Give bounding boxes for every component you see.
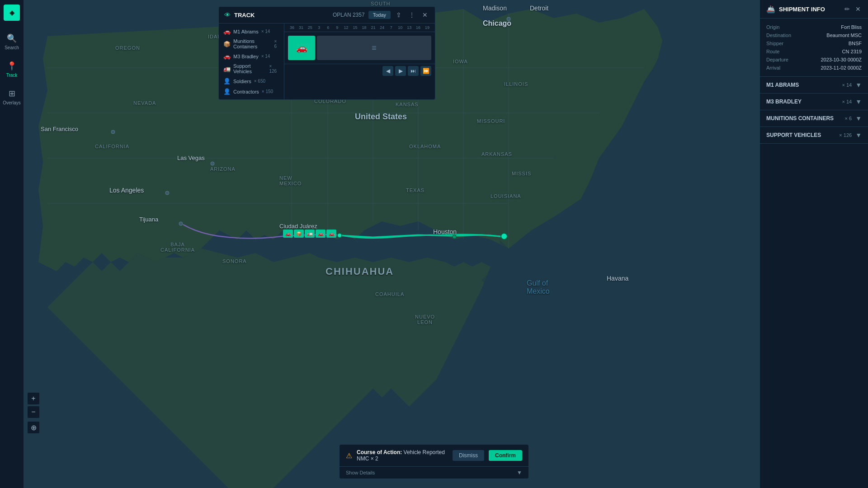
destination-value: Beaumont MSC (826, 33, 862, 38)
svg-point-13 (453, 235, 456, 239)
contractors-label: Contractors (233, 89, 259, 94)
munitions-section-count: × 6 (845, 116, 852, 121)
section-munitions[interactable]: MUNITIONS CONTAINERS × 6 ▼ (760, 110, 868, 127)
show-details-chevron-icon: ▼ (517, 469, 522, 476)
support-section-label: SUPPORT VEHICLES (766, 132, 839, 138)
track-icon: 📍 (7, 61, 17, 71)
sidebar-item-track-label: Track (6, 73, 18, 78)
support-count: × 126 (269, 64, 279, 74)
track-item-m1abrams[interactable]: 🚗 M1 Abrams × 14 (219, 26, 284, 37)
warning-icon: ⚠ (346, 451, 352, 460)
svg-point-19 (507, 17, 510, 21)
tick-2: 25 (306, 25, 314, 30)
munitions-label: Munitions Containers (233, 38, 271, 49)
sidebar-item-overlays-label: Overlays (3, 100, 20, 105)
route-value: CN 2319 (842, 49, 862, 54)
share-button[interactable]: ⇪ (394, 10, 403, 19)
tick-12: 10 (396, 25, 404, 30)
departure-value: 2023-10-30 0000Z (821, 57, 862, 62)
m1abrams-section-count: × 14 (842, 82, 852, 88)
shipper-value: BNSF (849, 41, 862, 46)
departure-label: Departure (766, 57, 788, 62)
track-item-munitions[interactable]: 📦 Munitions Containers × 6 (219, 37, 284, 51)
shipment-info-rows: Origin Fort Bliss Destination Beaumont M… (760, 19, 868, 77)
zoom-in-button[interactable]: + (27, 392, 40, 405)
shipment-close-button[interactable]: ✕ (854, 5, 862, 14)
timeline-end-btn[interactable]: ⏩ (420, 66, 431, 76)
track-panel: 👁 TRACK OPLAN 2357 Today ⇪ ⋮ ✕ 🚗 M1 Abra… (218, 6, 435, 100)
info-row-arrival: Arrival 2023-11-02 0000Z (766, 64, 862, 72)
m3bradley-icon: 🚗 (223, 53, 231, 60)
convoy-icon-4: 🚗 (316, 230, 326, 238)
dismiss-button[interactable]: Dismiss (453, 450, 484, 461)
shipment-icon: 🚢 (766, 5, 775, 14)
zoom-out-button[interactable]: − (27, 406, 40, 418)
convoy-icon-1: 🚗 (283, 230, 293, 238)
m3bradley-label: M3 Bradley (233, 54, 259, 59)
tick-10: 24 (378, 25, 386, 30)
shipment-sections: M1 ABRAMS × 14 ▼ M3 BRADLEY × 14 ▼ MUNIT… (760, 77, 868, 488)
track-panel-subtitle: OPLAN 2357 (333, 12, 365, 18)
timeline-vehicle-icon: 🚗 (296, 42, 307, 53)
tick-6: 12 (342, 25, 350, 30)
munitions-chevron-icon: ▼ (855, 115, 862, 122)
track-panel-eye-icon: 👁 (224, 11, 231, 19)
shipment-edit-button[interactable]: ✏ (844, 5, 851, 14)
track-item-support[interactable]: 🚛 Support Vehicles × 126 (219, 61, 284, 76)
svg-point-18 (179, 222, 183, 225)
tick-1: 31 (297, 25, 305, 30)
convoy-icon-3: 🚛 (305, 230, 315, 238)
m1abrams-count: × 14 (261, 29, 270, 34)
convoy-group: 🚗 📦 🚛 🚗 🚗 (283, 230, 336, 238)
origin-value: Fort Bliss (841, 24, 862, 30)
timeline-block-active: 🚗 (288, 36, 315, 60)
svg-point-11 (501, 233, 507, 239)
tick-13: 13 (405, 25, 413, 30)
timeline-controls: ◀ ▶ ⏭ ⏩ (284, 64, 435, 78)
section-m3bradley[interactable]: M3 BRADLEY × 14 ▼ (760, 94, 868, 110)
soldiers-count: × 650 (254, 79, 265, 84)
sidebar-item-search[interactable]: 🔍 Search (0, 28, 24, 56)
tick-14: 16 (414, 25, 422, 30)
track-list: 🚗 M1 Abrams × 14 📦 Munitions Containers … (219, 23, 284, 99)
timeline-prev-btn[interactable]: ◀ (382, 66, 393, 76)
track-item-m3bradley[interactable]: 🚗 M3 Bradley × 14 (219, 51, 284, 61)
today-button[interactable]: Today (368, 11, 391, 19)
track-panel-header: 👁 TRACK OPLAN 2357 Today ⇪ ⋮ ✕ (219, 7, 435, 23)
sidebar-item-overlays[interactable]: ⊞ Overlays (0, 83, 24, 111)
destination-label: Destination (766, 33, 791, 38)
route-label: Route (766, 49, 779, 54)
track-item-soldiers[interactable]: 👤 Soldiers × 650 (219, 76, 284, 86)
confirm-button[interactable]: Confirm (489, 450, 522, 461)
m1abrams-label: M1 Abrams (233, 29, 259, 34)
timeline-next-btn[interactable]: ⏭ (408, 66, 419, 76)
sidebar-item-track[interactable]: 📍 Track (0, 56, 24, 83)
svg-point-14 (111, 130, 115, 134)
info-row-departure: Departure 2023-10-30 0000Z (766, 56, 862, 64)
shipment-panel-header: 🚢 SHIPMENT INFO ✏ ✕ (760, 0, 868, 19)
section-support[interactable]: SUPPORT VEHICLES × 126 ▼ (760, 127, 868, 144)
arrival-value: 2023-11-02 0000Z (821, 65, 862, 70)
show-details-text: Show Details (346, 470, 517, 475)
m1abrams-chevron-icon: ▼ (855, 81, 862, 89)
support-chevron-icon: ▼ (855, 131, 862, 139)
section-m1abrams[interactable]: M1 ABRAMS × 14 ▼ (760, 77, 868, 94)
track-item-contractors[interactable]: 👤 Contractors × 150 (219, 86, 284, 97)
shipment-panel: 🚢 SHIPMENT INFO ✏ ✕ Origin Fort Bliss De… (760, 0, 868, 488)
soldiers-label: Soldiers (233, 79, 251, 84)
m1abrams-section-label: M1 ABRAMS (766, 82, 842, 88)
tick-8: 18 (360, 25, 368, 30)
info-row-origin: Origin Fort Bliss (766, 23, 862, 31)
timeline-area: 36 31 25 3 6 9 12 15 18 21 24 7 10 13 16… (284, 23, 435, 99)
timeline-block-inactive: ≡ (317, 36, 431, 60)
close-panel-button[interactable]: ✕ (420, 10, 429, 19)
svg-point-12 (337, 233, 342, 238)
origin-label: Origin (766, 24, 779, 30)
arrival-label: Arrival (766, 65, 780, 70)
timeline-play-btn[interactable]: ▶ (395, 66, 406, 76)
timeline-content[interactable]: 🚗 ≡ (284, 32, 435, 64)
notification-footer[interactable]: Show Details ▼ (340, 466, 528, 479)
tick-15: 19 (423, 25, 431, 30)
more-button[interactable]: ⋮ (407, 10, 417, 19)
notif-prefix: Course of Action: (357, 449, 402, 455)
